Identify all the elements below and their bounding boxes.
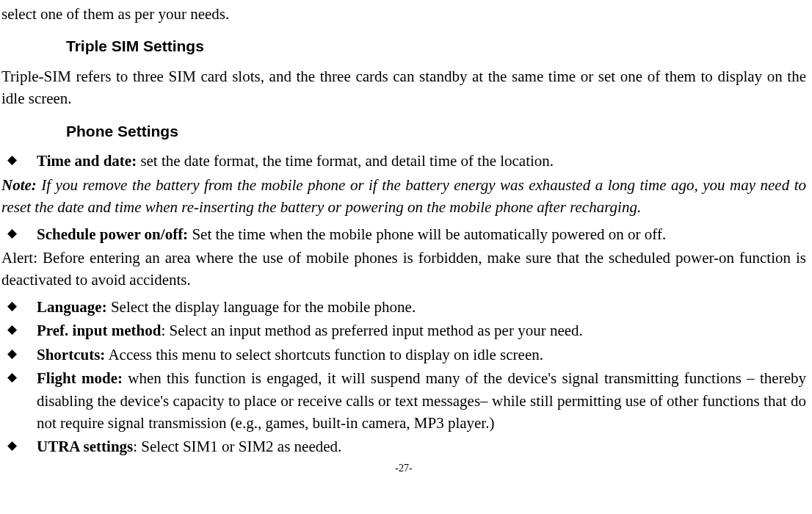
note-text: Note: If you remove the battery from the… — [1, 174, 806, 219]
text-flight-mode: when this function is engaged, it will s… — [37, 369, 806, 432]
item-language: Language: Select the display language fo… — [1, 296, 806, 318]
item-utra: UTRA settings: Select SIM1 or SIM2 as ne… — [1, 435, 806, 457]
label-shortcuts: Shortcuts: — [37, 346, 105, 363]
label-language: Language: — [37, 298, 107, 316]
label-utra: UTRA settings — [37, 438, 133, 455]
item-schedule: Schedule power on/off: Set the time when… — [1, 223, 806, 245]
text-pref-input: : Select an input method as preferred in… — [161, 322, 582, 339]
page-number: -27- — [1, 461, 806, 476]
heading-triple-sim: Triple SIM Settings — [66, 35, 806, 57]
label-pref-input: Pref. input method — [37, 322, 161, 339]
text-utra: : Select SIM1 or SIM2 as needed. — [133, 438, 341, 455]
text-shortcuts: Access this menu to select shortcuts fun… — [105, 346, 543, 363]
item-flight-mode: Flight mode: when this function is engag… — [1, 367, 806, 434]
triple-sim-body: Triple-SIM refers to three SIM card slot… — [1, 65, 806, 110]
label-schedule: Schedule power on/off: — [37, 225, 188, 243]
note-label: Note: — [1, 176, 37, 194]
heading-phone-settings: Phone Settings — [66, 120, 806, 142]
intro-text: select one of them as per your needs. — [1, 3, 806, 25]
text-time-date: set the date format, the time format, an… — [137, 152, 554, 170]
item-pref-input: Pref. input method: Select an input meth… — [1, 319, 806, 341]
item-shortcuts: Shortcuts: Access this menu to select sh… — [1, 344, 806, 366]
note-body: If you remove the battery from the mobil… — [1, 176, 806, 216]
alert-text: Alert: Before entering an area where the… — [1, 247, 806, 292]
item-time-date: Time and date: set the date format, the … — [1, 150, 806, 172]
text-language: Select the display language for the mobi… — [107, 298, 416, 316]
text-schedule: Set the time when the mobile phone will … — [188, 225, 666, 243]
label-flight-mode: Flight mode: — [37, 369, 123, 387]
label-time-date: Time and date: — [37, 152, 137, 170]
